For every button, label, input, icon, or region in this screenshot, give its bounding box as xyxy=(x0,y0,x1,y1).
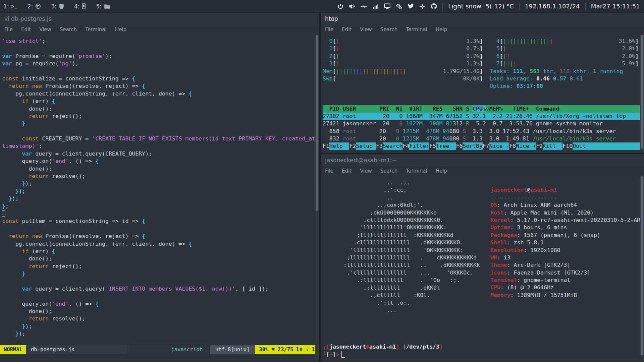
code-line: return resolve(); xyxy=(2,173,319,180)
vim-scrollbar[interactable] xyxy=(315,35,319,361)
terminal-window: jasoneckert@asahi-m1:~ FileEditViewSearc… xyxy=(321,154,644,362)
menu-item-edit[interactable]: Edit xyxy=(342,26,352,33)
neofetch-info-line: Uptime: 3 hours, 6 mins xyxy=(490,224,644,231)
workspace-4-mobile[interactable]: 4: xyxy=(74,3,86,10)
workspace-label: 5: xyxy=(96,3,102,10)
terminal-content[interactable]: .. .;. ..':cc, .. ..,cox;0kdl;'. ;okO000… xyxy=(321,176,644,362)
fnkey-label-f8[interactable]: Nice + xyxy=(516,142,536,150)
htop-meter: 2[|0.7%] xyxy=(323,53,483,60)
code-line: timestamp)'; xyxy=(2,142,319,150)
htop-scrollbar[interactable] xyxy=(640,35,644,152)
neofetch-info-line: jasoneckert@asahi-m1 xyxy=(490,186,644,194)
htop-meter: 3[|1.3%] xyxy=(323,60,483,67)
menu-item-help[interactable]: Help xyxy=(436,26,447,33)
menu-item-view[interactable]: View xyxy=(360,26,372,33)
code-line: return reject(); xyxy=(2,263,319,270)
vim-scrollbar-thumb[interactable] xyxy=(316,35,318,211)
fnkey-f6[interactable]: F6 xyxy=(456,142,463,150)
htop-terminal-content[interactable]: 0[|1.3%] 1[|0.7%] 2[|0.7%] 3[|1.3%]Mem[|… xyxy=(321,34,644,153)
fnkey-label-f6[interactable]: SortBy xyxy=(463,142,483,150)
fnkey-f7[interactable]: F7 xyxy=(483,142,489,150)
fnkey-label-f7[interactable]: Nice - xyxy=(489,142,509,150)
code-line: const putItem = connectionString => id =… xyxy=(2,218,319,225)
menu-item-edit[interactable]: Edit xyxy=(342,168,352,174)
vim-code: 'use strict'; var Promise = require('pro… xyxy=(2,38,319,338)
menu-item-view[interactable]: View xyxy=(360,168,372,174)
menu-item-edit[interactable]: Edit xyxy=(21,26,31,33)
menu-item-file[interactable]: File xyxy=(325,168,333,174)
terminal-menubar: FileEditViewSearchTerminalHelp xyxy=(321,166,644,176)
fnkey-f3[interactable]: F3 xyxy=(376,142,383,150)
workspace-1-terminal[interactable]: 1: >_ xyxy=(3,3,17,10)
display-icon[interactable] xyxy=(384,3,390,9)
code-line: var Promise = require('promise'); xyxy=(2,53,319,60)
terminal-scrollbar-thumb[interactable] xyxy=(641,176,643,355)
process-row[interactable]: 27421 jasonecker 20 0 1022M 108M 81312 R… xyxy=(323,120,644,127)
workspace-5-files[interactable]: 5: xyxy=(96,3,110,10)
htop-window-title: htop xyxy=(325,15,338,22)
bar-separator xyxy=(442,3,443,10)
fnkey-label-f5[interactable]: Tree xyxy=(436,142,456,150)
fnkey-f2[interactable]: F2 xyxy=(349,142,356,150)
menu-item-help[interactable]: Help xyxy=(115,26,126,33)
twitter-icon[interactable] xyxy=(408,3,414,9)
workspace-label: 3: xyxy=(51,3,57,10)
menu-item-file[interactable]: File xyxy=(4,26,13,33)
menu-item-view[interactable]: View xyxy=(39,26,51,33)
fnkey-f5[interactable]: F5 xyxy=(429,142,436,150)
code-line: query.on('end', () => { xyxy=(2,158,319,165)
fnkey-label-f9[interactable]: Kill xyxy=(543,142,563,150)
power-icon[interactable] xyxy=(337,3,343,9)
code-line: const CREATE_QUERY = 'CREATE TABLE IF NO… xyxy=(2,135,319,142)
vim-cursor xyxy=(2,210,5,217)
fnkey-label-f2[interactable]: Setup xyxy=(356,142,376,150)
htop-meters-left: 0[|1.3%] 1[|0.7%] 2[|0.7%] 3[|1.3%]Mem[|… xyxy=(323,38,483,90)
github-icon[interactable] xyxy=(431,3,437,9)
menu-item-search[interactable]: Search xyxy=(380,168,398,174)
process-row[interactable]: 658 root 20 0 1215M 478M 94080 S 3.3 3.0… xyxy=(323,128,644,135)
code-line: var query = client.query('INSERT INTO me… xyxy=(2,285,319,293)
vim-col-label: ln : xyxy=(296,346,309,353)
fnkey-f9[interactable]: F9 xyxy=(536,142,543,150)
fnkey-label-f3[interactable]: Search xyxy=(383,142,403,150)
htop-table-header[interactable]: PID USER PRI NI VIRT RES SHR S CPU%▽MEM%… xyxy=(323,105,640,113)
code-line: }; xyxy=(2,203,319,210)
terminal-titlebar[interactable]: jasoneckert@asahi-m1:~ xyxy=(321,154,644,166)
fnkey-label-f4[interactable]: Filter xyxy=(409,142,429,150)
signal-icon[interactable] xyxy=(373,4,379,9)
usb-icon[interactable] xyxy=(361,4,367,9)
neofetch-info-line: Memory: 1389MiB / 15751MiB xyxy=(490,292,644,299)
process-row[interactable]: 27302 root 20 0 1668M 347M 67152 S 32.1 … xyxy=(323,113,640,120)
slack-icon[interactable] xyxy=(419,3,425,9)
fnkey-f1[interactable]: F1 xyxy=(323,142,329,150)
htop-titlebar[interactable]: htop xyxy=(321,13,644,24)
terminal-scrollbar[interactable] xyxy=(640,176,644,361)
menu-item-terminal[interactable]: Terminal xyxy=(85,26,106,33)
menu-item-search[interactable]: Search xyxy=(380,26,398,33)
htop-meter: 5[|2.0%] xyxy=(490,45,639,52)
htop-scrollbar-thumb[interactable] xyxy=(641,35,643,149)
fnkey-label-f1[interactable]: Help xyxy=(329,142,350,150)
workspace-2-browser[interactable]: 2: xyxy=(28,3,41,10)
fnkey-f10[interactable]: F10 xyxy=(562,142,573,150)
vim-titlebar[interactable]: vi db-postgres.js xyxy=(0,13,319,24)
neofetch-info-line: Shell: zsh 5.8.1 xyxy=(490,239,644,246)
fnkey-f8[interactable]: F8 xyxy=(509,142,516,150)
menu-item-terminal[interactable]: Terminal xyxy=(406,168,427,174)
volume-icon[interactable] xyxy=(349,3,355,9)
menu-item-help[interactable]: Help xyxy=(436,168,447,174)
vim-line-position: 23/75 xyxy=(278,346,293,353)
fnkey-f4[interactable]: F4 xyxy=(402,142,409,150)
fnkey-label-f10[interactable]: Quit xyxy=(573,142,640,150)
menu-item-search[interactable]: Search xyxy=(60,26,77,33)
chip-icon xyxy=(59,3,64,9)
menu-item-file[interactable]: File xyxy=(325,26,333,33)
workspace-3-system[interactable]: 3: xyxy=(51,3,64,10)
menu-item-terminal[interactable]: Terminal xyxy=(406,26,427,33)
vim-terminal-content[interactable]: 'use strict'; var Promise = require('pro… xyxy=(0,34,319,362)
vim-filetype: javascript xyxy=(171,346,202,353)
vim-menubar: FileEditViewSearchTerminalHelp xyxy=(0,24,319,34)
vim-mode-indicator: NORMAL xyxy=(0,345,26,354)
gears-icon[interactable] xyxy=(396,3,402,9)
process-row[interactable]: 832 root 20 0 1215M 478M 94080 S 1.3 3.0… xyxy=(323,135,644,142)
